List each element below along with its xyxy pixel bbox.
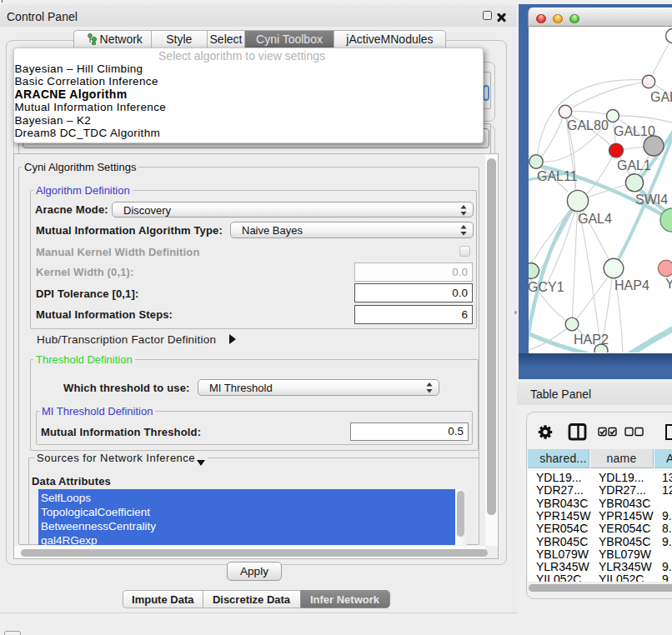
svg-text:GAL10: GAL10	[614, 124, 655, 138]
svg-text:GAL4: GAL4	[578, 212, 612, 226]
svg-text:GAL11: GAL11	[537, 169, 578, 183]
svg-text:GCY1: GCY1	[529, 280, 564, 294]
svg-text:GAL7: GAL7	[650, 90, 672, 104]
svg-text:Y: Y	[665, 277, 672, 291]
svg-text:GAL1: GAL1	[617, 158, 651, 172]
svg-text:SWI4: SWI4	[635, 192, 668, 207]
svg-text:GAL80: GAL80	[567, 118, 609, 132]
svg-text:HAP2: HAP2	[574, 332, 609, 347]
svg-text:HAP4: HAP4	[614, 278, 649, 292]
